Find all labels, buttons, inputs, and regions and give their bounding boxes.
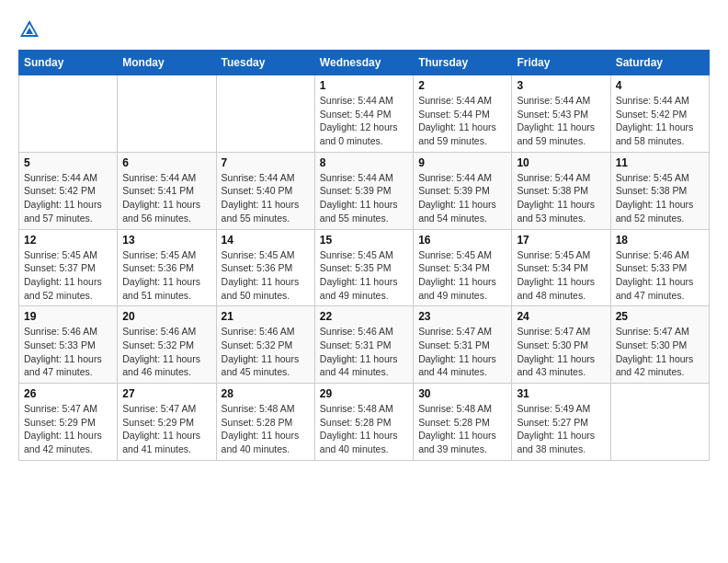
day-info: Sunrise: 5:44 AM Sunset: 5:40 PM Dayligh… [222, 171, 310, 225]
column-header-saturday: Saturday [610, 51, 709, 75]
day-info: Sunrise: 5:48 AM Sunset: 5:28 PM Dayligh… [320, 402, 408, 456]
calendar-week-row: 12Sunrise: 5:45 AM Sunset: 5:37 PM Dayli… [19, 229, 710, 306]
calendar-cell: 19Sunrise: 5:46 AM Sunset: 5:33 PM Dayli… [19, 306, 118, 384]
calendar-table: SundayMondayTuesdayWednesdayThursdayFrid… [18, 50, 710, 461]
day-info: Sunrise: 5:45 AM Sunset: 5:37 PM Dayligh… [24, 248, 112, 303]
calendar-week-row: 1Sunrise: 5:44 AM Sunset: 5:44 PM Daylig… [19, 75, 710, 153]
day-info: Sunrise: 5:46 AM Sunset: 5:32 PM Dayligh… [122, 325, 210, 379]
day-info: Sunrise: 5:44 AM Sunset: 5:41 PM Dayligh… [122, 171, 210, 225]
day-number: 6 [122, 156, 210, 169]
day-number: 31 [517, 387, 605, 400]
column-header-sunday: Sunday [19, 51, 118, 75]
day-number: 19 [24, 310, 112, 323]
calendar-cell: 25Sunrise: 5:47 AM Sunset: 5:30 PM Dayli… [610, 306, 709, 384]
calendar-cell [216, 75, 314, 153]
calendar-cell: 23Sunrise: 5:47 AM Sunset: 5:31 PM Dayli… [414, 306, 512, 384]
calendar-cell: 6Sunrise: 5:44 AM Sunset: 5:41 PM Daylig… [118, 152, 216, 229]
calendar-cell: 22Sunrise: 5:46 AM Sunset: 5:31 PM Dayli… [314, 306, 413, 384]
day-number: 27 [122, 387, 210, 400]
calendar-cell: 2Sunrise: 5:44 AM Sunset: 5:44 PM Daylig… [414, 75, 512, 153]
calendar-cell [118, 75, 216, 153]
day-number: 30 [418, 387, 506, 400]
day-number: 10 [517, 156, 605, 169]
calendar-cell: 16Sunrise: 5:45 AM Sunset: 5:34 PM Dayli… [414, 229, 512, 306]
calendar-cell: 24Sunrise: 5:47 AM Sunset: 5:30 PM Dayli… [512, 306, 610, 384]
calendar-cell: 29Sunrise: 5:48 AM Sunset: 5:28 PM Dayli… [314, 384, 413, 461]
day-info: Sunrise: 5:48 AM Sunset: 5:28 PM Dayligh… [222, 402, 310, 456]
day-number: 5 [24, 156, 112, 169]
calendar-cell: 3Sunrise: 5:44 AM Sunset: 5:43 PM Daylig… [512, 75, 610, 153]
calendar-cell: 27Sunrise: 5:47 AM Sunset: 5:29 PM Dayli… [118, 384, 216, 461]
logo-icon [18, 18, 40, 40]
day-info: Sunrise: 5:47 AM Sunset: 5:30 PM Dayligh… [616, 325, 704, 379]
day-info: Sunrise: 5:44 AM Sunset: 5:42 PM Dayligh… [24, 171, 112, 225]
calendar-cell: 1Sunrise: 5:44 AM Sunset: 5:44 PM Daylig… [314, 75, 413, 153]
day-info: Sunrise: 5:44 AM Sunset: 5:44 PM Dayligh… [418, 94, 506, 148]
column-header-tuesday: Tuesday [216, 51, 314, 75]
day-info: Sunrise: 5:47 AM Sunset: 5:31 PM Dayligh… [418, 325, 506, 379]
day-info: Sunrise: 5:48 AM Sunset: 5:28 PM Dayligh… [418, 402, 506, 456]
calendar-cell: 17Sunrise: 5:45 AM Sunset: 5:34 PM Dayli… [512, 229, 610, 306]
calendar-cell: 26Sunrise: 5:47 AM Sunset: 5:29 PM Dayli… [19, 384, 118, 461]
day-info: Sunrise: 5:47 AM Sunset: 5:29 PM Dayligh… [24, 402, 112, 456]
day-info: Sunrise: 5:44 AM Sunset: 5:39 PM Dayligh… [320, 171, 408, 225]
day-number: 13 [122, 234, 210, 247]
day-number: 16 [418, 234, 506, 247]
day-number: 18 [616, 234, 704, 247]
calendar-cell [19, 75, 118, 153]
calendar-cell [610, 384, 709, 461]
day-number: 14 [222, 234, 310, 247]
day-info: Sunrise: 5:44 AM Sunset: 5:42 PM Dayligh… [616, 94, 704, 148]
day-number: 11 [616, 156, 704, 169]
calendar-cell: 11Sunrise: 5:45 AM Sunset: 5:38 PM Dayli… [610, 152, 709, 229]
day-number: 29 [320, 387, 408, 400]
day-info: Sunrise: 5:47 AM Sunset: 5:29 PM Dayligh… [122, 402, 210, 456]
day-number: 21 [222, 310, 310, 323]
calendar-cell: 18Sunrise: 5:46 AM Sunset: 5:33 PM Dayli… [610, 229, 709, 306]
day-number: 1 [320, 79, 408, 92]
calendar-week-row: 19Sunrise: 5:46 AM Sunset: 5:33 PM Dayli… [19, 306, 710, 384]
day-number: 9 [418, 156, 506, 169]
day-number: 8 [320, 156, 408, 169]
day-info: Sunrise: 5:46 AM Sunset: 5:33 PM Dayligh… [616, 248, 704, 303]
day-number: 17 [517, 234, 605, 247]
calendar-week-row: 5Sunrise: 5:44 AM Sunset: 5:42 PM Daylig… [19, 152, 710, 229]
calendar-cell: 30Sunrise: 5:48 AM Sunset: 5:28 PM Dayli… [414, 384, 512, 461]
day-info: Sunrise: 5:44 AM Sunset: 5:43 PM Dayligh… [517, 94, 605, 148]
page-header [18, 18, 710, 40]
day-number: 15 [320, 234, 408, 247]
column-header-monday: Monday [118, 51, 216, 75]
calendar-cell: 20Sunrise: 5:46 AM Sunset: 5:32 PM Dayli… [118, 306, 216, 384]
calendar-cell: 12Sunrise: 5:45 AM Sunset: 5:37 PM Dayli… [19, 229, 118, 306]
day-number: 26 [24, 387, 112, 400]
calendar-cell: 21Sunrise: 5:46 AM Sunset: 5:32 PM Dayli… [216, 306, 314, 384]
calendar-week-row: 26Sunrise: 5:47 AM Sunset: 5:29 PM Dayli… [19, 384, 710, 461]
day-number: 20 [122, 310, 210, 323]
calendar-cell: 14Sunrise: 5:45 AM Sunset: 5:36 PM Dayli… [216, 229, 314, 306]
day-number: 12 [24, 234, 112, 247]
day-info: Sunrise: 5:46 AM Sunset: 5:33 PM Dayligh… [24, 325, 112, 379]
day-info: Sunrise: 5:44 AM Sunset: 5:39 PM Dayligh… [418, 171, 506, 225]
column-header-friday: Friday [512, 51, 610, 75]
calendar-cell: 28Sunrise: 5:48 AM Sunset: 5:28 PM Dayli… [216, 384, 314, 461]
day-number: 4 [616, 79, 704, 92]
day-number: 25 [616, 310, 704, 323]
day-info: Sunrise: 5:46 AM Sunset: 5:31 PM Dayligh… [320, 325, 408, 379]
day-info: Sunrise: 5:46 AM Sunset: 5:32 PM Dayligh… [222, 325, 310, 379]
day-info: Sunrise: 5:45 AM Sunset: 5:34 PM Dayligh… [517, 248, 605, 303]
calendar-cell: 10Sunrise: 5:44 AM Sunset: 5:38 PM Dayli… [512, 152, 610, 229]
day-info: Sunrise: 5:45 AM Sunset: 5:38 PM Dayligh… [616, 171, 704, 225]
day-number: 2 [418, 79, 506, 92]
day-number: 3 [517, 79, 605, 92]
day-number: 24 [517, 310, 605, 323]
calendar-cell: 7Sunrise: 5:44 AM Sunset: 5:40 PM Daylig… [216, 152, 314, 229]
calendar-cell: 13Sunrise: 5:45 AM Sunset: 5:36 PM Dayli… [118, 229, 216, 306]
calendar-cell: 31Sunrise: 5:49 AM Sunset: 5:27 PM Dayli… [512, 384, 610, 461]
calendar-cell: 8Sunrise: 5:44 AM Sunset: 5:39 PM Daylig… [314, 152, 413, 229]
day-number: 7 [222, 156, 310, 169]
calendar-header-row: SundayMondayTuesdayWednesdayThursdayFrid… [19, 51, 710, 75]
column-header-thursday: Thursday [414, 51, 512, 75]
calendar-cell: 15Sunrise: 5:45 AM Sunset: 5:35 PM Dayli… [314, 229, 413, 306]
day-info: Sunrise: 5:45 AM Sunset: 5:35 PM Dayligh… [320, 248, 408, 303]
day-info: Sunrise: 5:49 AM Sunset: 5:27 PM Dayligh… [517, 402, 605, 456]
